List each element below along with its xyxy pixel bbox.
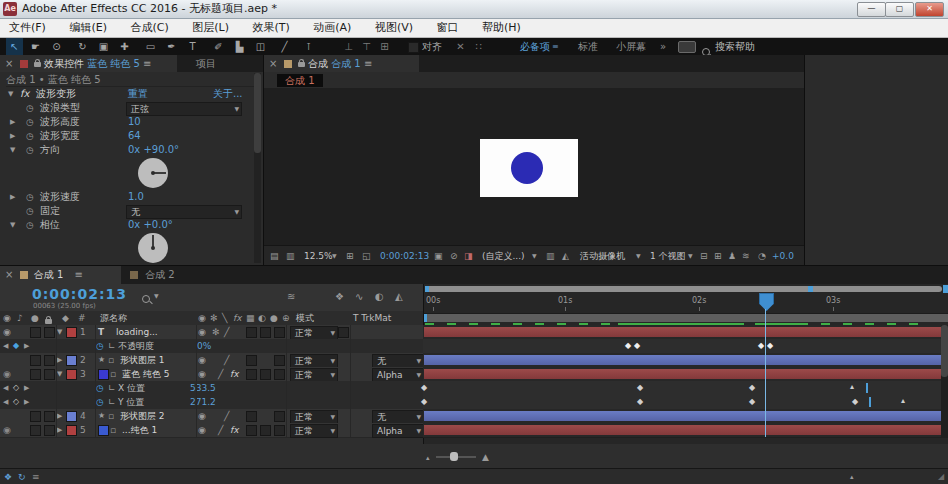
- trkmat-dropdown[interactable]: 无▼: [372, 354, 424, 368]
- timeline-zoom-control[interactable]: ▴ ▲: [426, 452, 489, 462]
- track-scrollbar[interactable]: [941, 325, 948, 437]
- effect-controls-scrollbar[interactable]: [254, 73, 261, 263]
- zoom-slider-track[interactable]: [436, 456, 476, 458]
- refresh-icon[interactable]: ↻: [18, 469, 26, 484]
- layer-bar-1[interactable]: [424, 327, 948, 337]
- tab-comp-2[interactable]: 合成 2: [130, 266, 175, 284]
- property-name[interactable]: X 位置: [118, 381, 145, 395]
- keyframe-icon[interactable]: ◆: [637, 398, 643, 406]
- layer-row-3[interactable]: ◉ ▼ 3 ▫ 蓝色 纯色 5 ◉ ╱ fx 正常▼ Alpha▼: [0, 367, 423, 382]
- track-row-opacity[interactable]: [423, 339, 948, 354]
- expand-icon[interactable]: ▼: [10, 143, 15, 157]
- shape-tool-icon[interactable]: ▭: [142, 38, 159, 55]
- clone-stamp-tool-icon[interactable]: ▙: [231, 38, 248, 55]
- switch-checkbox[interactable]: [246, 369, 257, 380]
- prev-keyframe-icon[interactable]: ◀: [3, 339, 8, 353]
- menu-edit[interactable]: 编辑(E): [66, 20, 110, 35]
- resize-grip-icon[interactable]: ◢: [938, 469, 944, 484]
- mode-dropdown[interactable]: 正常▼: [290, 326, 338, 340]
- switch-checkbox[interactable]: [246, 355, 257, 366]
- solo-column-icon[interactable]: ●: [31, 311, 39, 325]
- switch-checkbox[interactable]: [246, 327, 257, 338]
- menu-file[interactable]: 文件(F): [6, 20, 49, 35]
- solo-checkbox[interactable]: [30, 411, 41, 422]
- menu-layer[interactable]: 图层(L): [189, 20, 232, 35]
- chevron-down-icon[interactable]: ▼: [688, 246, 693, 266]
- label-swatch[interactable]: [66, 327, 77, 338]
- quality-toggle-icon[interactable]: ╱: [218, 367, 223, 381]
- work-area-bar[interactable]: [424, 314, 948, 322]
- switch-checkbox[interactable]: [260, 327, 271, 338]
- effect-about-link[interactable]: 关于...: [213, 87, 243, 101]
- expand-icon[interactable]: ▶: [57, 423, 62, 437]
- roto-brush-tool-icon[interactable]: ╱: [276, 38, 293, 55]
- trkmat-column[interactable]: T TrkMat: [353, 311, 391, 325]
- menu-animation[interactable]: 动画(A): [310, 20, 354, 35]
- panel-lock-icon[interactable]: [34, 62, 41, 67]
- sync-settings-icon[interactable]: [678, 41, 696, 53]
- wave-height-value[interactable]: 10: [128, 115, 141, 129]
- maximize-button[interactable]: ▢: [885, 2, 914, 17]
- hold-keyframe-icon[interactable]: ▴: [901, 397, 905, 405]
- puppet-pin-tool-icon[interactable]: ⊺: [300, 38, 317, 55]
- workspace-standard[interactable]: 标准: [578, 38, 598, 55]
- switch-checkbox[interactable]: [274, 425, 285, 436]
- quality-toggle-icon[interactable]: ╱: [224, 325, 229, 339]
- keyframe-icon[interactable]: ◆: [852, 398, 858, 406]
- expand-icon[interactable]: ▶: [10, 190, 15, 204]
- title-bar[interactable]: Ae Adobe After Effects CC 2016 - 无标题项目.a…: [0, 0, 948, 19]
- trkmat-checkbox[interactable]: [338, 327, 349, 338]
- navigator-corner[interactable]: [943, 285, 948, 293]
- keyframe-icon[interactable]: ◆: [421, 398, 427, 406]
- phase-value[interactable]: 0x +0.0°: [128, 218, 173, 232]
- switches-toggle-icon[interactable]: ≡: [32, 469, 40, 484]
- keyframe-icon[interactable]: ◆: [749, 384, 755, 392]
- fx-switch-icon[interactable]: fx: [233, 311, 242, 325]
- expand-icon[interactable]: ▼: [57, 325, 62, 339]
- source-name-column[interactable]: 源名称: [100, 311, 127, 325]
- switch-checkbox[interactable]: [274, 355, 285, 366]
- chevron-down-icon[interactable]: ▼: [332, 246, 337, 266]
- panel-close-icon[interactable]: ×: [5, 269, 13, 280]
- zoom-slider-thumb[interactable]: [450, 452, 458, 461]
- tab-project[interactable]: 项目: [196, 55, 216, 72]
- shy-switch-icon[interactable]: ◉: [198, 311, 206, 325]
- motion-blur-switch-icon[interactable]: ◐: [258, 311, 266, 325]
- exposure-value[interactable]: +0.0: [772, 246, 794, 266]
- workspace-essentials[interactable]: 必备项: [520, 38, 550, 55]
- timeline-search-icon[interactable]: [142, 293, 150, 304]
- add-keyframe-icon[interactable]: ◇: [13, 381, 19, 395]
- colorspace-select[interactable]: (自定义...): [482, 246, 525, 266]
- property-name[interactable]: 不透明度: [118, 339, 154, 353]
- layer-row-1[interactable]: ◉ ▼ 1 T loading... ◉ ✻ ╱ 正常▼: [0, 325, 423, 340]
- quality-toggle-icon[interactable]: ╱: [224, 353, 229, 367]
- playhead-line[interactable]: [765, 309, 766, 437]
- frame-blend-switch-icon[interactable]: ▦: [246, 311, 255, 325]
- property-name[interactable]: Y 位置: [118, 395, 144, 409]
- keyframe-icon[interactable]: ◆: [637, 384, 643, 392]
- panel-close-icon[interactable]: ×: [5, 58, 13, 69]
- effect-expand-icon[interactable]: ▼: [8, 87, 13, 101]
- menu-composition[interactable]: 合成(C): [127, 20, 171, 35]
- workspace-overflow-icon[interactable]: »: [660, 38, 666, 55]
- grid-guides-icon[interactable]: ⊞: [346, 246, 354, 266]
- time-ruler[interactable]: 00s 01s 02s 03s: [424, 293, 948, 314]
- switch-checkbox[interactable]: [246, 411, 257, 422]
- layer-bar-4[interactable]: [424, 411, 948, 421]
- stopwatch-icon[interactable]: ◷: [26, 143, 34, 157]
- channels-icon[interactable]: ◨: [464, 246, 473, 266]
- add-keyframe-icon[interactable]: ◆: [13, 339, 19, 353]
- hand-tool-icon[interactable]: ☛: [27, 38, 44, 55]
- link-icon[interactable]: ⊘: [450, 246, 458, 266]
- snapshot-icon[interactable]: ▤: [270, 246, 279, 266]
- tab-composition[interactable]: × 合成 合成 1 ≡: [264, 55, 419, 72]
- expand-icon[interactable]: ▶: [57, 409, 62, 423]
- mode-dropdown[interactable]: 正常▼: [290, 410, 338, 424]
- trkmat-dropdown[interactable]: 无▼: [372, 410, 424, 424]
- switch-checkbox[interactable]: [260, 425, 271, 436]
- mode-dropdown[interactable]: 正常▼: [290, 354, 338, 368]
- composition-flowchart-icon[interactable]: ≋: [287, 291, 295, 302]
- layer-name[interactable]: 形状图层 1: [120, 353, 165, 367]
- local-axis-mode-icon[interactable]: ⊥: [340, 38, 357, 55]
- expand-icon[interactable]: ▶: [57, 353, 62, 367]
